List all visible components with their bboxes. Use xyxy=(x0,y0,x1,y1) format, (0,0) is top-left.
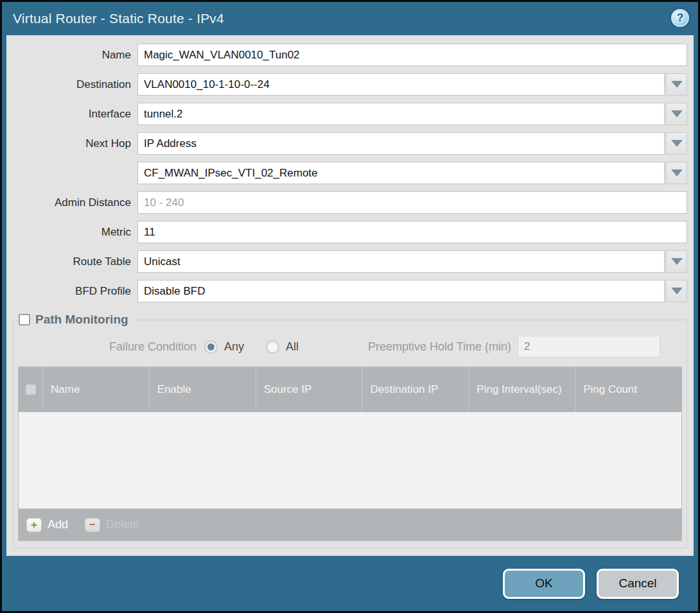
chevron-down-icon xyxy=(671,288,683,295)
table-header-checkbox-cell xyxy=(19,367,42,412)
form-row-route-table: Route Table xyxy=(13,250,687,273)
route-table-dropdown-button[interactable] xyxy=(666,250,687,273)
bfd-profile-label: BFD Profile xyxy=(13,285,137,298)
destination-input[interactable] xyxy=(137,73,665,96)
name-label: Name xyxy=(13,49,137,62)
help-glyph: ? xyxy=(677,12,683,24)
radio-all-label: All xyxy=(286,340,299,354)
path-monitoring-table: Name Enable Source IP Destination IP Pin… xyxy=(18,367,682,541)
dialog-footer: OK Cancel xyxy=(2,556,698,611)
bfd-profile-input[interactable] xyxy=(137,280,665,302)
interface-dropdown-button[interactable] xyxy=(666,103,687,125)
table-toolbar: + Add − Delete xyxy=(19,508,681,540)
column-header-name[interactable]: Name xyxy=(42,367,149,412)
select-all-checkbox[interactable] xyxy=(26,384,36,395)
dialog-body: Name Destination Interface xyxy=(6,35,694,556)
path-monitoring-legend: Path Monitoring xyxy=(19,313,132,327)
cancel-button[interactable]: Cancel xyxy=(597,569,679,599)
interface-label: Interface xyxy=(13,108,137,121)
route-table-label: Route Table xyxy=(13,255,137,268)
dialog-titlebar: Virtual Router - Static Route - IPv4 ? xyxy=(2,2,698,35)
column-header-source-ip[interactable]: Source IP xyxy=(256,367,362,412)
path-monitoring-section: Path Monitoring Failure Condition Any Al… xyxy=(13,313,687,548)
metric-label: Metric xyxy=(13,226,137,239)
column-header-ping-count[interactable]: Ping Count xyxy=(575,367,681,412)
ok-button[interactable]: OK xyxy=(503,569,585,599)
next-hop-address-dropdown-button[interactable] xyxy=(666,162,687,184)
next-hop-type-input[interactable] xyxy=(137,132,665,155)
next-hop-type-dropdown-button[interactable] xyxy=(666,132,687,155)
failure-condition-any-option[interactable]: Any xyxy=(204,340,244,354)
add-button-label: Add xyxy=(48,518,68,531)
delete-icon: − xyxy=(85,518,100,532)
form-row-admin-distance: Admin Distance xyxy=(13,191,687,214)
path-monitoring-controls: Failure Condition Any All Preemptive Hol… xyxy=(18,336,682,358)
failure-condition-all-option[interactable]: All xyxy=(266,340,299,354)
form-row-bfd-profile: BFD Profile xyxy=(13,280,687,302)
delete-button-label: Delete xyxy=(106,518,139,531)
column-header-ping-interval[interactable]: Ping Interval(sec) xyxy=(468,367,575,412)
admin-distance-input[interactable] xyxy=(137,191,687,214)
column-header-enable[interactable]: Enable xyxy=(149,367,256,412)
form-row-metric: Metric xyxy=(13,221,687,243)
static-route-dialog: Virtual Router - Static Route - IPv4 ? N… xyxy=(0,0,700,613)
chevron-down-icon xyxy=(671,169,683,177)
table-body-empty xyxy=(19,412,681,508)
route-table-input[interactable] xyxy=(137,250,665,273)
bfd-profile-dropdown-button[interactable] xyxy=(666,280,687,302)
add-button[interactable]: + Add xyxy=(26,518,68,532)
destination-label: Destination xyxy=(13,78,137,91)
chevron-down-icon xyxy=(671,110,683,117)
path-monitoring-title: Path Monitoring xyxy=(35,313,128,327)
form-row-name: Name xyxy=(13,44,687,66)
chevron-down-icon xyxy=(671,140,683,147)
interface-input[interactable] xyxy=(137,103,665,125)
next-hop-label: Next Hop xyxy=(13,137,137,150)
metric-input[interactable] xyxy=(137,221,687,243)
column-header-destination-ip[interactable]: Destination IP xyxy=(362,367,468,412)
table-header-row: Name Enable Source IP Destination IP Pin… xyxy=(19,367,681,412)
preemptive-hold-time-label: Preemptive Hold Time (min) xyxy=(368,340,518,354)
form-row-interface: Interface xyxy=(13,103,687,125)
path-monitoring-checkbox[interactable] xyxy=(19,314,30,325)
chevron-down-icon xyxy=(671,258,683,265)
radio-all[interactable] xyxy=(266,340,279,354)
delete-button[interactable]: − Delete xyxy=(85,518,139,532)
add-icon: + xyxy=(26,518,42,532)
destination-dropdown-button[interactable] xyxy=(666,73,687,96)
next-hop-address-input[interactable] xyxy=(137,162,665,184)
name-input[interactable] xyxy=(137,44,687,66)
admin-distance-label: Admin Distance xyxy=(13,196,137,209)
help-icon[interactable]: ? xyxy=(671,9,689,27)
preemptive-hold-time-input[interactable] xyxy=(518,336,660,358)
form-row-next-hop: Next Hop xyxy=(13,132,687,155)
radio-any-label: Any xyxy=(224,340,244,354)
form-row-destination: Destination xyxy=(13,73,687,96)
chevron-down-icon xyxy=(671,81,683,88)
radio-any[interactable] xyxy=(204,340,218,354)
failure-condition-label: Failure Condition xyxy=(18,340,204,354)
form-row-next-hop-address xyxy=(13,162,687,184)
dialog-title: Virtual Router - Static Route - IPv4 xyxy=(13,11,224,26)
